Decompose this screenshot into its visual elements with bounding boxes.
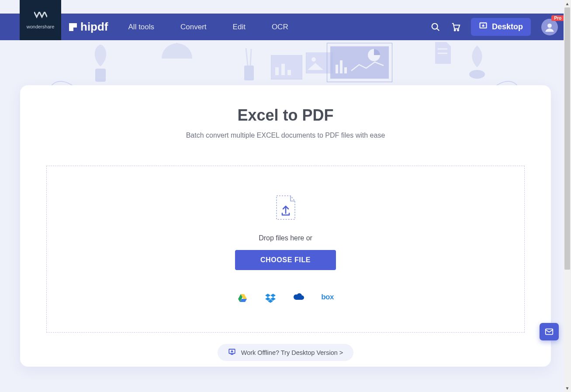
- choose-file-button[interactable]: CHOOSE FILE: [235, 250, 336, 270]
- pro-badge: Pro: [551, 15, 564, 21]
- main-navbar: hipdf All tools Convert Edit OCR Desktop…: [0, 14, 571, 40]
- wondershare-label: wondershare: [27, 24, 55, 29]
- wondershare-mark-icon: [34, 11, 47, 22]
- nav-right: Desktop Pro: [431, 18, 558, 36]
- wondershare-brand-block[interactable]: wondershare: [20, 0, 61, 40]
- svg-rect-20: [336, 65, 338, 73]
- upload-file-icon: [275, 195, 297, 222]
- svg-point-25: [469, 70, 485, 79]
- user-avatar[interactable]: Pro: [541, 19, 558, 35]
- file-dropzone[interactable]: Drop files here or CHOOSE FILE box: [46, 166, 525, 333]
- scroll-up-arrow-icon[interactable]: ▲: [564, 0, 571, 7]
- nav-menu: All tools Convert Edit OCR: [128, 23, 288, 31]
- dropbox-icon[interactable]: [265, 293, 276, 303]
- quill-icon: [464, 45, 490, 81]
- page-title: Excel to PDF: [20, 106, 551, 125]
- svg-line-9: [246, 48, 248, 66]
- box-text: box: [321, 293, 334, 301]
- desktop-button[interactable]: Desktop: [471, 18, 531, 36]
- svg-rect-21: [340, 60, 343, 73]
- search-icon[interactable]: [431, 22, 440, 32]
- work-offline-text: Work Offline? Try Desktop Version >: [241, 349, 343, 356]
- hipdf-logo-icon: [69, 23, 77, 31]
- svg-rect-8: [244, 66, 254, 80]
- page-subtitle: Batch convert multiple EXCEL documents t…: [20, 132, 551, 139]
- hipdf-logo[interactable]: hipdf: [69, 20, 108, 34]
- svg-point-2: [454, 29, 456, 31]
- google-drive-icon[interactable]: [237, 293, 248, 303]
- svg-rect-12: [275, 67, 279, 75]
- svg-line-10: [250, 49, 251, 66]
- pencil-cup-icon: [238, 48, 260, 82]
- svg-rect-14: [287, 70, 291, 75]
- scrollbar-track[interactable]: [564, 7, 571, 385]
- decorative-illustration-row: [0, 40, 571, 93]
- document-icon: [433, 42, 452, 65]
- box-icon[interactable]: box: [321, 293, 334, 303]
- scrollbar-thumb[interactable]: [564, 7, 570, 270]
- svg-point-16: [311, 57, 316, 62]
- main-card: Excel to PDF Batch convert multiple EXCE…: [20, 85, 551, 367]
- plant-icon: [83, 45, 118, 84]
- drop-files-text: Drop files here or: [259, 234, 312, 242]
- nav-edit[interactable]: Edit: [233, 23, 246, 31]
- nav-all-tools[interactable]: All tools: [128, 23, 155, 31]
- nav-ocr[interactable]: OCR: [272, 23, 288, 31]
- onedrive-icon[interactable]: [293, 293, 304, 303]
- dashboard-icon: [327, 43, 392, 82]
- cart-icon[interactable]: [451, 22, 460, 32]
- svg-point-5: [547, 23, 552, 28]
- svg-rect-22: [344, 67, 347, 73]
- small-chart-icon: [271, 55, 302, 80]
- lamp-icon: [157, 43, 197, 73]
- download-icon: [479, 21, 488, 32]
- nav-convert[interactable]: Convert: [180, 23, 207, 31]
- svg-rect-6: [95, 69, 106, 82]
- svg-line-1: [437, 28, 439, 31]
- contact-mail-fab[interactable]: [540, 323, 559, 340]
- scroll-down-arrow-icon[interactable]: ▼: [564, 385, 571, 392]
- svg-rect-13: [281, 64, 285, 75]
- svg-rect-18: [330, 46, 389, 79]
- cloud-providers-row: box: [237, 293, 334, 303]
- work-offline-pill[interactable]: Work Offline? Try Desktop Version >: [218, 344, 354, 361]
- svg-point-3: [457, 29, 459, 31]
- desktop-button-label: Desktop: [492, 22, 523, 31]
- desktop-download-icon: [228, 348, 236, 357]
- svg-point-0: [432, 23, 438, 29]
- vertical-scrollbar[interactable]: ▲ ▼: [564, 0, 571, 392]
- hipdf-logo-text: hipdf: [80, 20, 108, 34]
- top-strip: [0, 0, 571, 14]
